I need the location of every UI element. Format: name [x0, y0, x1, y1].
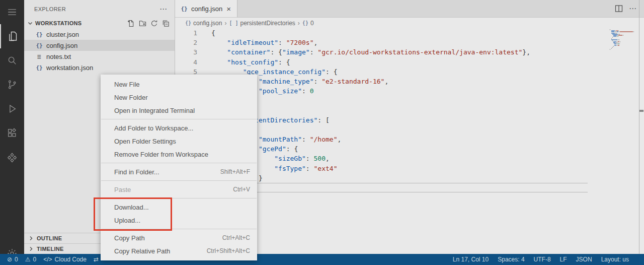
json-file-icon: {}: [35, 42, 43, 49]
breadcrumb-item-persistentdirectories[interactable]: [ ]persistentDirectories: [229, 20, 295, 27]
split-editor-icon[interactable]: [615, 5, 623, 13]
status-ln-17-col-10[interactable]: Ln 17, Col 10: [453, 256, 489, 263]
menu-item-label: Open in Integrated Terminal: [114, 107, 250, 114]
menu-icon[interactable]: [0, 0, 24, 24]
tab-label: config.json: [191, 5, 222, 13]
error-icon: ⊘: [7, 256, 12, 263]
status-warning[interactable]: ⚠0: [25, 256, 36, 263]
status-lf[interactable]: LF: [560, 256, 567, 263]
close-tab-icon[interactable]: ×: [225, 5, 232, 13]
status-error-text: 0: [15, 256, 18, 263]
context-menu-item-download[interactable]: Download...: [101, 201, 257, 214]
context-menu-item-add-folder-to-workspace[interactable]: Add Folder to Workspace...: [101, 121, 257, 135]
file-item-config-json[interactable]: {}config.json: [24, 40, 175, 51]
file-name: config.json: [46, 42, 77, 49]
status-bar: ⊘0⚠0</>Cloud Code⇄ Ln 17, Col 10Spaces: …: [0, 254, 644, 265]
breadcrumb-item-0[interactable]: {}0: [302, 20, 314, 27]
context-menu-item-copy-path[interactable]: Copy PathCtrl+Alt+C: [101, 231, 257, 244]
context-menu-item-paste: PasteCtrl+V: [101, 183, 257, 196]
outline-label: OUTLINE: [37, 235, 62, 241]
minimap[interactable]: [610, 29, 636, 50]
scrollbar-thumb[interactable]: [639, 110, 643, 112]
workstations-section-header[interactable]: WORKSTATIONS: [24, 18, 175, 29]
symbol-object-icon: {}: [185, 20, 191, 26]
context-menu-item-copy-relative-path[interactable]: Copy Relative PathCtrl+Shift+Alt+C: [101, 244, 257, 257]
source-control-icon[interactable]: [0, 73, 24, 97]
views-more-actions-icon[interactable]: ⋯: [159, 5, 168, 14]
refresh-icon[interactable]: [150, 20, 158, 27]
line-number: 2: [175, 38, 197, 47]
menu-separator: [101, 119, 257, 119]
editor-scrollbar[interactable]: [639, 0, 644, 254]
context-menu-item-find-in-folder[interactable]: Find in Folder...Shift+Alt+F: [101, 165, 257, 178]
warning-icon: ⚠: [25, 256, 31, 263]
breadcrumb-label: persistentDirectories: [240, 20, 295, 27]
symbol-object-icon: {}: [302, 20, 308, 26]
status-warning-text: 0: [33, 256, 37, 263]
run-debug-icon[interactable]: [0, 97, 24, 121]
status-utf-8[interactable]: UTF-8: [534, 256, 551, 263]
text-file-icon: ≡: [35, 53, 43, 60]
breadcrumb: {}config.json›[ ]persistentDirectories›{…: [175, 18, 644, 28]
context-menu-item-upload[interactable]: Upload...: [101, 214, 257, 227]
status-sync[interactable]: ⇄: [94, 256, 99, 263]
timeline-label: TIMELINE: [37, 246, 64, 252]
menu-item-shortcut: Ctrl+V: [233, 186, 250, 193]
menu-separator: [101, 180, 257, 181]
cloud-code-icon[interactable]: [0, 145, 24, 169]
line-number: 1: [175, 28, 197, 38]
code-line-4[interactable]: 4 "host_config": {: [175, 57, 588, 67]
json-file-icon: {}: [35, 64, 43, 71]
menu-item-label: Copy Path: [114, 234, 222, 242]
breadcrumb-separator: ›: [224, 20, 226, 27]
sync-icon: ⇄: [94, 256, 99, 263]
collapse-all-icon[interactable]: [162, 20, 170, 27]
status-code[interactable]: </>Cloud Code: [43, 256, 87, 263]
menu-separator: [101, 198, 257, 198]
file-name: cluster.json: [46, 31, 79, 38]
menu-item-shortcut: Shift+Alt+F: [220, 168, 250, 175]
search-icon[interactable]: [0, 48, 24, 73]
code-line-1[interactable]: 1{: [175, 28, 588, 38]
file-item-notes-txt[interactable]: ≡notes.txt: [24, 51, 175, 62]
line-number: 3: [175, 47, 197, 57]
menu-item-label: New Folder: [114, 94, 250, 101]
context-menu-item-new-file[interactable]: New File: [101, 78, 257, 91]
context-menu-item-open-folder-settings[interactable]: Open Folder Settings: [101, 135, 257, 148]
extensions-icon[interactable]: [0, 121, 24, 145]
status-error[interactable]: ⊘0: [7, 256, 18, 263]
breadcrumb-separator: ›: [298, 20, 300, 27]
code-line-2[interactable]: 2 "idleTimeout": "7200s",: [175, 38, 588, 47]
context-menu-item-remove-folder-from-workspace[interactable]: Remove Folder from Workspace: [101, 148, 257, 161]
sidebar-header: EXPLORER ⋯: [24, 0, 175, 18]
json-file-icon: {}: [180, 6, 188, 12]
tab-config-json[interactable]: {} config.json ×: [175, 0, 237, 17]
menu-item-shortcut: Ctrl+Shift+Alt+C: [207, 247, 250, 254]
activity-bar-spacer: [0, 169, 24, 242]
file-name: workstation.json: [46, 64, 93, 72]
json-file-icon: {}: [35, 31, 43, 38]
breadcrumb-item-config-json[interactable]: {}config.json: [185, 20, 222, 27]
chevron-down-icon: [26, 19, 34, 27]
new-folder-icon[interactable]: [139, 20, 146, 27]
menu-item-label: Upload...: [114, 217, 250, 224]
status-json[interactable]: JSON: [576, 256, 592, 263]
symbol-array-icon: [ ]: [229, 20, 238, 26]
breadcrumb-label: 0: [310, 20, 314, 27]
status-layout[interactable]: Layout: us: [601, 256, 629, 263]
menu-item-label: Copy Relative Path: [114, 247, 207, 255]
code-line-3[interactable]: 3 "container": {"image": "gcr.io/cloud-w…: [175, 47, 588, 57]
menu-item-label: Paste: [114, 186, 233, 193]
status-spaces[interactable]: Spaces: 4: [498, 256, 524, 263]
context-menu-item-new-folder[interactable]: New Folder: [101, 91, 257, 104]
file-item-cluster-json[interactable]: {}cluster.json: [24, 29, 175, 40]
file-item-workstation-json[interactable]: {}workstation.json: [24, 62, 175, 73]
context-menu-item-open-in-integrated-terminal[interactable]: Open in Integrated Terminal: [101, 104, 257, 117]
new-file-icon[interactable]: [127, 20, 135, 27]
menu-item-label: Download...: [114, 204, 250, 211]
menu-item-label: Find in Folder...: [114, 168, 220, 176]
explorer-icon[interactable]: [0, 24, 24, 48]
menu-item-label: Remove Folder from Workspace: [114, 151, 250, 158]
editor-more-actions-icon[interactable]: ⋯: [629, 4, 637, 13]
menu-separator: [101, 163, 257, 163]
